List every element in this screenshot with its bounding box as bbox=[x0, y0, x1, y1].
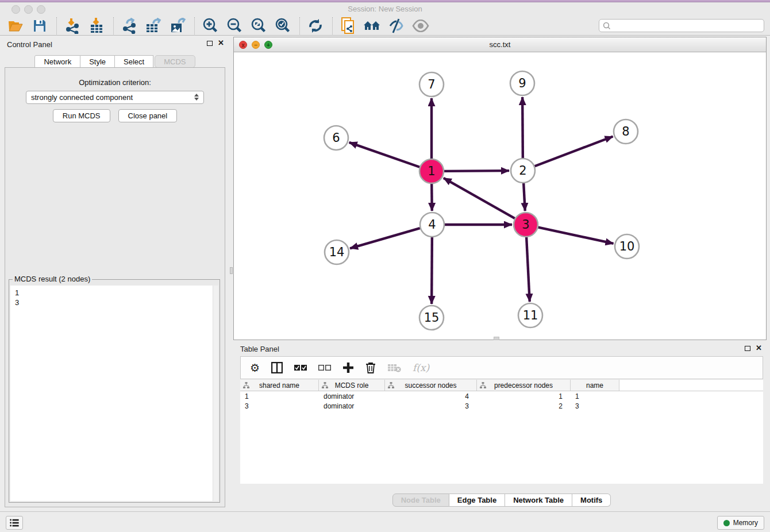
export-image-icon[interactable] bbox=[168, 17, 187, 34]
save-session-icon[interactable] bbox=[30, 17, 49, 34]
tab-node-table[interactable]: Node Table bbox=[392, 494, 449, 507]
graph-edge-1-4[interactable] bbox=[432, 184, 432, 211]
table-panel-header: Table Panel ✕ bbox=[233, 341, 770, 355]
graph-edge-3-1[interactable] bbox=[444, 178, 515, 218]
delete-column-icon[interactable] bbox=[365, 362, 376, 373]
cell-shared-name[interactable]: 1 bbox=[240, 392, 319, 400]
cell-mcds-role[interactable]: dominator bbox=[319, 392, 385, 400]
cell-predecessor-nodes[interactable]: 2 bbox=[477, 402, 571, 410]
tab-network-table[interactable]: Network Table bbox=[505, 494, 572, 507]
cell-name[interactable]: 3 bbox=[571, 402, 619, 410]
graph-node-label-9: 9 bbox=[518, 76, 526, 90]
column-header-successor-nodes[interactable]: successor nodes bbox=[385, 380, 477, 391]
cell-shared-name[interactable]: 3 bbox=[240, 402, 319, 410]
close-panel-button[interactable]: Close panel bbox=[118, 109, 178, 122]
hide-selected-icon[interactable] bbox=[387, 17, 406, 34]
mcds-result-line: 3 bbox=[15, 298, 208, 307]
mcds-tab-content: Optimization criterion: strongly connect… bbox=[5, 67, 225, 507]
memory-label: Memory bbox=[733, 519, 758, 527]
run-mcds-button[interactable]: Run MCDS bbox=[53, 109, 110, 122]
cell-successor-nodes[interactable]: 3 bbox=[385, 402, 477, 410]
table-panel-title: Table Panel bbox=[240, 345, 279, 353]
graph-edge-3-10[interactable] bbox=[538, 228, 614, 244]
toolbar-separator bbox=[332, 17, 333, 34]
graph-edge-2-9[interactable] bbox=[522, 97, 523, 158]
graph-edge-4-14[interactable] bbox=[350, 228, 420, 248]
table-row[interactable]: 1 dominator 4 1 1 bbox=[240, 391, 763, 401]
zoom-fit-icon[interactable] bbox=[249, 17, 268, 34]
cell-successor-nodes[interactable]: 4 bbox=[385, 392, 477, 400]
graph-edge-2-8[interactable] bbox=[535, 137, 613, 167]
column-header-predecessor-nodes[interactable]: predecessor nodes bbox=[477, 380, 571, 391]
first-neighbors-icon[interactable] bbox=[363, 17, 382, 34]
show-column-icon[interactable] bbox=[271, 362, 283, 373]
export-table-icon[interactable] bbox=[144, 17, 163, 34]
mcds-result-list[interactable]: 1 3 bbox=[10, 286, 213, 501]
graph-edge-3-11[interactable] bbox=[526, 237, 530, 302]
graph-node-label-2: 2 bbox=[519, 164, 526, 178]
close-panel-icon[interactable]: ✕ bbox=[218, 40, 224, 46]
cell-mcds-role[interactable]: dominator bbox=[319, 402, 385, 410]
window-titlebar: Session: New Session bbox=[0, 2, 770, 16]
optimization-criterion-value: strongly connected component bbox=[31, 93, 133, 102]
column-header-mcds-role[interactable]: MCDS role bbox=[319, 380, 385, 391]
graph-edge-1-6[interactable] bbox=[349, 142, 420, 167]
zoom-out-icon[interactable] bbox=[225, 17, 244, 34]
import-network-icon[interactable] bbox=[63, 17, 82, 34]
graph-edge-1-2[interactable] bbox=[444, 171, 509, 171]
open-file-icon[interactable] bbox=[6, 17, 25, 34]
delete-table-icon bbox=[387, 363, 401, 372]
application-window: Session: New Session bbox=[0, 0, 770, 532]
show-all-icon[interactable] bbox=[411, 17, 430, 34]
vertical-splitter-grip[interactable] bbox=[230, 267, 233, 274]
search-input[interactable] bbox=[611, 21, 764, 31]
zoom-in-icon[interactable] bbox=[201, 17, 220, 34]
refresh-icon[interactable] bbox=[306, 17, 325, 34]
search-icon bbox=[602, 21, 611, 30]
control-panel-title: Control Panel bbox=[7, 40, 52, 49]
network-window-titlebar[interactable]: x – + scc.txt bbox=[234, 37, 766, 52]
unselect-all-columns-icon[interactable] bbox=[318, 364, 331, 371]
float-panel-icon[interactable] bbox=[207, 41, 213, 46]
search-box bbox=[599, 19, 764, 32]
cell-predecessor-nodes[interactable]: 1 bbox=[477, 392, 571, 400]
graph-edge-4-15[interactable] bbox=[432, 237, 432, 304]
cell-name[interactable]: 1 bbox=[571, 392, 619, 400]
import-table-icon[interactable] bbox=[87, 17, 106, 34]
function-builder-icon: f(x) bbox=[413, 362, 429, 373]
mcds-result-line: 1 bbox=[15, 288, 208, 298]
toolbar-separator bbox=[299, 17, 300, 34]
table-row[interactable]: 3 dominator 3 2 3 bbox=[240, 401, 763, 411]
graph-edges[interactable] bbox=[349, 97, 614, 304]
tab-motifs[interactable]: Motifs bbox=[572, 494, 611, 507]
tab-network[interactable]: Network bbox=[34, 55, 80, 68]
float-table-panel-icon[interactable] bbox=[745, 346, 750, 351]
tab-mcds[interactable]: MCDS bbox=[155, 55, 195, 68]
graph-node-label-4: 4 bbox=[428, 218, 436, 232]
select-all-columns-icon[interactable] bbox=[294, 364, 307, 371]
add-column-icon[interactable] bbox=[342, 362, 354, 373]
column-header-name[interactable]: name bbox=[571, 380, 619, 391]
tab-style[interactable]: Style bbox=[80, 55, 115, 68]
optimization-criterion-select[interactable]: strongly connected component bbox=[26, 91, 204, 104]
graph-node-label-1: 1 bbox=[428, 164, 435, 178]
tab-edge-table[interactable]: Edge Table bbox=[449, 494, 505, 507]
memory-button[interactable]: Memory bbox=[717, 516, 764, 530]
tree-icon bbox=[243, 382, 249, 388]
task-history-button[interactable] bbox=[6, 516, 23, 530]
zoom-selected-icon[interactable] bbox=[273, 17, 292, 34]
tree-icon bbox=[322, 382, 328, 388]
result-scrollbar[interactable] bbox=[213, 286, 218, 501]
column-header-shared-name[interactable]: shared name bbox=[240, 380, 319, 391]
tab-select[interactable]: Select bbox=[115, 55, 153, 68]
horizontal-splitter-grip[interactable] bbox=[494, 337, 499, 340]
graph-edge-2-3[interactable] bbox=[523, 183, 525, 211]
tree-icon bbox=[480, 382, 486, 388]
network-canvas[interactable]: 7968124314101511 bbox=[234, 52, 766, 340]
table-options-gear-icon[interactable]: ⚙ bbox=[250, 363, 260, 373]
close-table-panel-icon[interactable]: ✕ bbox=[756, 345, 762, 351]
export-network-icon[interactable] bbox=[120, 17, 139, 34]
mcds-result-title: MCDS result (2 nodes) bbox=[13, 275, 92, 283]
clone-network-icon[interactable] bbox=[338, 17, 358, 34]
main-toolbar bbox=[0, 16, 770, 36]
